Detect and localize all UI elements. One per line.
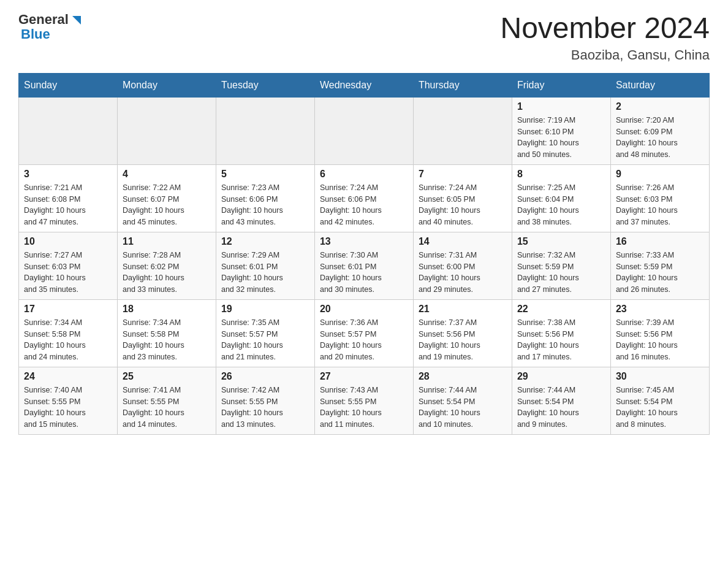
day-info: Sunrise: 7:27 AM Sunset: 6:03 PM Dayligh…	[24, 250, 112, 296]
calendar-cell	[19, 97, 118, 164]
day-info: Sunrise: 7:29 AM Sunset: 6:01 PM Dayligh…	[221, 250, 309, 296]
day-number: 17	[24, 304, 112, 315]
day-number: 8	[517, 169, 605, 180]
calendar-title: November 2024	[500, 12, 710, 45]
logo-blue-text: Blue	[21, 27, 83, 42]
calendar-cell: 14Sunrise: 7:31 AM Sunset: 6:00 PM Dayli…	[413, 232, 512, 299]
day-info: Sunrise: 7:42 AM Sunset: 5:55 PM Dayligh…	[221, 385, 309, 431]
calendar-cell	[413, 97, 512, 164]
logo-triangle-icon	[70, 13, 83, 27]
calendar-header: SundayMondayTuesdayWednesdayThursdayFrid…	[19, 73, 710, 97]
calendar-week-row: 3Sunrise: 7:21 AM Sunset: 6:08 PM Daylig…	[19, 164, 710, 232]
calendar-cell: 1Sunrise: 7:19 AM Sunset: 6:10 PM Daylig…	[512, 97, 610, 164]
calendar-week-row: 1Sunrise: 7:19 AM Sunset: 6:10 PM Daylig…	[19, 97, 710, 164]
calendar-cell: 11Sunrise: 7:28 AM Sunset: 6:02 PM Dayli…	[117, 232, 216, 299]
day-info: Sunrise: 7:24 AM Sunset: 6:06 PM Dayligh…	[320, 182, 408, 228]
day-info: Sunrise: 7:41 AM Sunset: 5:55 PM Dayligh…	[123, 385, 211, 431]
calendar-cell: 20Sunrise: 7:36 AM Sunset: 5:57 PM Dayli…	[314, 299, 413, 367]
calendar-cell: 8Sunrise: 7:25 AM Sunset: 6:04 PM Daylig…	[512, 164, 610, 232]
day-info: Sunrise: 7:37 AM Sunset: 5:56 PM Dayligh…	[419, 317, 507, 363]
day-info: Sunrise: 7:45 AM Sunset: 5:54 PM Dayligh…	[616, 385, 704, 431]
weekday-header-tuesday: Tuesday	[216, 73, 314, 97]
day-number: 15	[517, 236, 605, 247]
page-header: General Blue November 2024 Baoziba, Gans…	[18, 12, 710, 63]
calendar-cell: 30Sunrise: 7:45 AM Sunset: 5:54 PM Dayli…	[610, 367, 709, 434]
calendar-cell: 10Sunrise: 7:27 AM Sunset: 6:03 PM Dayli…	[19, 232, 118, 299]
calendar-cell: 25Sunrise: 7:41 AM Sunset: 5:55 PM Dayli…	[117, 367, 216, 434]
day-number: 27	[320, 371, 408, 382]
day-info: Sunrise: 7:34 AM Sunset: 5:58 PM Dayligh…	[24, 317, 112, 363]
day-number: 10	[24, 236, 112, 247]
calendar-table: SundayMondayTuesdayWednesdayThursdayFrid…	[18, 73, 710, 435]
weekday-header-saturday: Saturday	[610, 73, 709, 97]
day-number: 23	[616, 304, 704, 315]
logo-general-text: General	[18, 12, 69, 27]
day-info: Sunrise: 7:24 AM Sunset: 6:05 PM Dayligh…	[419, 182, 507, 228]
calendar-cell: 29Sunrise: 7:44 AM Sunset: 5:54 PM Dayli…	[512, 367, 610, 434]
calendar-cell: 6Sunrise: 7:24 AM Sunset: 6:06 PM Daylig…	[314, 164, 413, 232]
calendar-cell: 5Sunrise: 7:23 AM Sunset: 6:06 PM Daylig…	[216, 164, 314, 232]
weekday-header-sunday: Sunday	[19, 73, 118, 97]
day-info: Sunrise: 7:35 AM Sunset: 5:57 PM Dayligh…	[221, 317, 309, 363]
calendar-week-row: 24Sunrise: 7:40 AM Sunset: 5:55 PM Dayli…	[19, 367, 710, 434]
day-info: Sunrise: 7:31 AM Sunset: 6:00 PM Dayligh…	[419, 250, 507, 296]
calendar-cell: 13Sunrise: 7:30 AM Sunset: 6:01 PM Dayli…	[314, 232, 413, 299]
logo: General Blue	[18, 12, 83, 42]
calendar-week-row: 17Sunrise: 7:34 AM Sunset: 5:58 PM Dayli…	[19, 299, 710, 367]
day-info: Sunrise: 7:28 AM Sunset: 6:02 PM Dayligh…	[123, 250, 211, 296]
day-info: Sunrise: 7:34 AM Sunset: 5:58 PM Dayligh…	[123, 317, 211, 363]
calendar-cell: 22Sunrise: 7:38 AM Sunset: 5:56 PM Dayli…	[512, 299, 610, 367]
day-number: 6	[320, 169, 408, 180]
day-number: 11	[123, 236, 211, 247]
calendar-cell	[216, 97, 314, 164]
day-number: 20	[320, 304, 408, 315]
day-info: Sunrise: 7:21 AM Sunset: 6:08 PM Dayligh…	[24, 182, 112, 228]
day-number: 3	[24, 169, 112, 180]
day-number: 16	[616, 236, 704, 247]
calendar-body: 1Sunrise: 7:19 AM Sunset: 6:10 PM Daylig…	[19, 97, 710, 434]
calendar-cell: 21Sunrise: 7:37 AM Sunset: 5:56 PM Dayli…	[413, 299, 512, 367]
day-info: Sunrise: 7:20 AM Sunset: 6:09 PM Dayligh…	[616, 115, 704, 161]
calendar-cell: 4Sunrise: 7:22 AM Sunset: 6:07 PM Daylig…	[117, 164, 216, 232]
day-number: 12	[221, 236, 309, 247]
weekday-header-friday: Friday	[512, 73, 610, 97]
day-info: Sunrise: 7:22 AM Sunset: 6:07 PM Dayligh…	[123, 182, 211, 228]
calendar-cell: 26Sunrise: 7:42 AM Sunset: 5:55 PM Dayli…	[216, 367, 314, 434]
day-number: 14	[419, 236, 507, 247]
calendar-cell: 17Sunrise: 7:34 AM Sunset: 5:58 PM Dayli…	[19, 299, 118, 367]
calendar-cell: 27Sunrise: 7:43 AM Sunset: 5:55 PM Dayli…	[314, 367, 413, 434]
day-number: 9	[616, 169, 704, 180]
day-number: 30	[616, 371, 704, 382]
calendar-cell: 12Sunrise: 7:29 AM Sunset: 6:01 PM Dayli…	[216, 232, 314, 299]
day-info: Sunrise: 7:19 AM Sunset: 6:10 PM Dayligh…	[517, 115, 605, 161]
calendar-cell: 3Sunrise: 7:21 AM Sunset: 6:08 PM Daylig…	[19, 164, 118, 232]
calendar-cell: 19Sunrise: 7:35 AM Sunset: 5:57 PM Dayli…	[216, 299, 314, 367]
day-number: 4	[123, 169, 211, 180]
weekday-header-wednesday: Wednesday	[314, 73, 413, 97]
calendar-cell: 24Sunrise: 7:40 AM Sunset: 5:55 PM Dayli…	[19, 367, 118, 434]
day-info: Sunrise: 7:36 AM Sunset: 5:57 PM Dayligh…	[320, 317, 408, 363]
day-info: Sunrise: 7:43 AM Sunset: 5:55 PM Dayligh…	[320, 385, 408, 431]
calendar-cell: 7Sunrise: 7:24 AM Sunset: 6:05 PM Daylig…	[413, 164, 512, 232]
day-number: 21	[419, 304, 507, 315]
day-number: 7	[419, 169, 507, 180]
day-number: 2	[616, 101, 704, 112]
day-info: Sunrise: 7:44 AM Sunset: 5:54 PM Dayligh…	[419, 385, 507, 431]
calendar-cell: 23Sunrise: 7:39 AM Sunset: 5:56 PM Dayli…	[610, 299, 709, 367]
calendar-cell: 16Sunrise: 7:33 AM Sunset: 5:59 PM Dayli…	[610, 232, 709, 299]
day-number: 22	[517, 304, 605, 315]
day-number: 26	[221, 371, 309, 382]
day-info: Sunrise: 7:23 AM Sunset: 6:06 PM Dayligh…	[221, 182, 309, 228]
day-number: 1	[517, 101, 605, 112]
day-number: 13	[320, 236, 408, 247]
day-number: 5	[221, 169, 309, 180]
title-block: November 2024 Baoziba, Gansu, China	[500, 12, 710, 63]
day-number: 25	[123, 371, 211, 382]
day-number: 24	[24, 371, 112, 382]
day-info: Sunrise: 7:30 AM Sunset: 6:01 PM Dayligh…	[320, 250, 408, 296]
day-number: 19	[221, 304, 309, 315]
day-info: Sunrise: 7:33 AM Sunset: 5:59 PM Dayligh…	[616, 250, 704, 296]
weekday-header-monday: Monday	[117, 73, 216, 97]
day-info: Sunrise: 7:40 AM Sunset: 5:55 PM Dayligh…	[24, 385, 112, 431]
weekday-header-row: SundayMondayTuesdayWednesdayThursdayFrid…	[19, 73, 710, 97]
